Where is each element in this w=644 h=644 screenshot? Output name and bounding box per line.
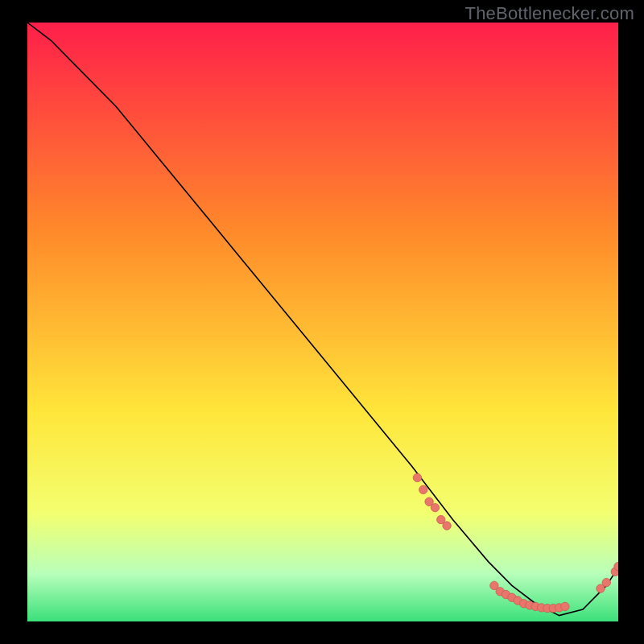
data-dot bbox=[419, 485, 427, 493]
plot-area bbox=[27, 23, 618, 621]
watermark-text: TheBottlenecker.com bbox=[465, 3, 634, 24]
chart-svg bbox=[27, 23, 618, 621]
data-dot bbox=[413, 473, 421, 481]
data-dot bbox=[602, 578, 610, 586]
data-dot bbox=[443, 522, 451, 530]
gradient-background bbox=[27, 23, 618, 621]
chart-frame: TheBottlenecker.com bbox=[0, 0, 644, 644]
data-dot bbox=[561, 602, 569, 610]
data-dot bbox=[431, 503, 439, 511]
